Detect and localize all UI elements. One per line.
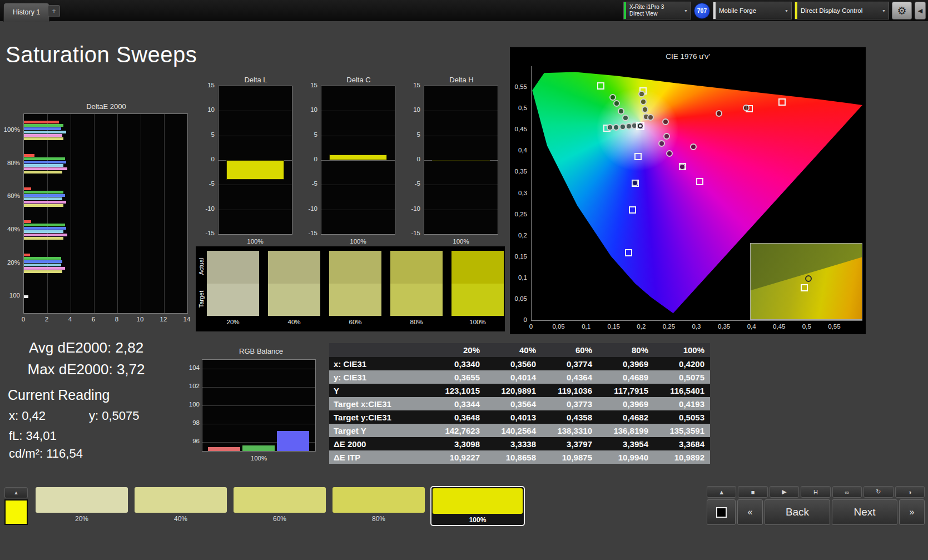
- deltae-plot: [23, 113, 188, 314]
- stop-button[interactable]: ■: [738, 486, 767, 498]
- y-tick-label: -5: [209, 180, 215, 187]
- y-tick-label: 5: [314, 131, 317, 138]
- delta-h-chart: Delta H 151050-5-10-15 100%: [404, 76, 499, 249]
- patch-label: 40%: [135, 515, 227, 523]
- y-tick-label: 0,15: [515, 253, 527, 260]
- history-tab[interactable]: History 1: [3, 3, 49, 22]
- delta-l-bar: [226, 160, 284, 180]
- gridline: [94, 114, 95, 313]
- saturation-patch-80%[interactable]: 80%: [331, 486, 426, 526]
- cell-value: 3,3797: [542, 439, 598, 449]
- saturation-patch-20%[interactable]: 20%: [34, 486, 129, 526]
- de-bar-red: [24, 187, 31, 190]
- y-tick-label: 0,45: [515, 126, 527, 132]
- table-header-row: 20%40%60%80%100%: [329, 343, 710, 357]
- de-bar-blue: [24, 260, 62, 263]
- patch-swatch: [36, 487, 128, 513]
- y-tick-label: 5: [417, 131, 420, 138]
- target-point: [696, 178, 703, 185]
- table-row: Target y:CIE310,36480,40130,43580,46820,…: [329, 410, 710, 424]
- forward-button[interactable]: »: [899, 499, 925, 525]
- measured-point: [619, 123, 626, 130]
- cell-value: 0,3560: [485, 359, 542, 369]
- row-label: ΔE 2000: [329, 439, 429, 449]
- red-bar: [208, 447, 240, 451]
- display-pattern-button[interactable]: [707, 499, 736, 525]
- y-tick-label: 0: [314, 156, 317, 162]
- gridline: [219, 111, 292, 111]
- y-tick-label: 10: [310, 106, 317, 113]
- target-swatch: [390, 284, 443, 316]
- cell-value: 0,3969: [598, 399, 654, 409]
- de-bar-magenta: [24, 267, 65, 270]
- x-tick-label: 0,3: [692, 323, 701, 330]
- measured-point: [716, 110, 722, 117]
- collapse-panel-button[interactable]: ◀: [915, 2, 926, 19]
- gridline: [202, 424, 315, 424]
- de-bar-green: [24, 124, 63, 127]
- y-tick-label: 0: [417, 156, 420, 162]
- histogram-button[interactable]: H: [801, 486, 830, 498]
- green-bar: [242, 445, 275, 451]
- monitor-icon: [716, 507, 727, 518]
- cell-value: 10,9875: [542, 453, 598, 462]
- measured-point: [609, 94, 616, 101]
- column-header: 60%: [542, 345, 598, 355]
- x-tick-label: 0,2: [637, 323, 646, 330]
- next-button[interactable]: Next: [832, 499, 897, 525]
- target-point: [778, 98, 786, 106]
- reading-y: y: 0,5075: [89, 409, 140, 423]
- x-tick-label: 10: [137, 316, 144, 323]
- gear-icon: ⚙: [897, 4, 906, 17]
- saturation-patch-60%[interactable]: 60%: [232, 486, 327, 526]
- continuous-measure-button[interactable]: ∞: [832, 486, 862, 498]
- deltae2000-chart: DeltaE 2000 100%80%60%40%20%100 02468101…: [3, 102, 189, 335]
- chevron-left-icon: ◀: [918, 7, 922, 14]
- settings-button[interactable]: ⚙: [892, 2, 912, 19]
- gridline: [202, 369, 315, 369]
- x-tick-label: 0,05: [552, 323, 564, 330]
- column-header: 80%: [598, 345, 654, 355]
- chart-title: CIE 1976 u'v': [510, 52, 866, 61]
- saturation-patch-100%[interactable]: 100%: [430, 486, 525, 526]
- deltae-ylabels: 100%80%60%40%20%100: [3, 113, 22, 314]
- swatch-row-label: Actual: [198, 250, 205, 283]
- gridline: [424, 210, 498, 210]
- back-button[interactable]: Back: [765, 499, 830, 525]
- inset-measured-point: [805, 275, 812, 282]
- x-tick-label: 0,15: [608, 323, 620, 330]
- de-bar-yellow: [24, 204, 63, 207]
- cell-value: 0,5075: [654, 373, 710, 382]
- actual-swatch: [268, 251, 320, 284]
- refresh-button[interactable]: ↻: [864, 486, 893, 498]
- reading-x: x: 0,42: [9, 409, 46, 423]
- de-bar-red: [24, 254, 30, 256]
- x-axis-label: 100%: [202, 455, 316, 462]
- pattern-source-dropdown[interactable]: Mobile Forge ▼: [713, 2, 792, 19]
- add-tab-button[interactable]: +: [48, 5, 60, 17]
- meter-dropdown[interactable]: X-Rite i1Pro 3 Direct View ▼: [623, 2, 691, 19]
- swatch-row-label: Target: [198, 283, 205, 316]
- up-arrow-button[interactable]: ▲: [707, 486, 736, 498]
- de-bar-magenta: [24, 167, 67, 170]
- delta-c-chart: Delta C 151050-5-10-15 100%: [301, 76, 396, 249]
- y-tick-label: 0,2: [518, 232, 527, 239]
- target-swatch: [268, 284, 320, 316]
- saturation-patch-40%[interactable]: 40%: [133, 486, 228, 526]
- table-row: x: CIE310,33400,35600,37740,39690,4200: [329, 357, 710, 370]
- row-label: Y: [329, 386, 429, 395]
- x-tick-label: 0,5: [802, 323, 811, 330]
- y-tick-label: 0,4: [518, 147, 527, 153]
- row-label: Target x:CIE31: [329, 399, 429, 409]
- table-row: Target Y142,7623140,2564138,3310136,8199…: [329, 424, 710, 437]
- display-control-dropdown[interactable]: Direct Display Control ▼: [795, 2, 889, 19]
- play-button[interactable]: ▶: [770, 486, 799, 498]
- y-tick-label: -15: [205, 230, 215, 236]
- cell-value: 10,8658: [485, 453, 542, 462]
- measured-point: [663, 133, 670, 140]
- x-tick-label: 12: [160, 316, 167, 323]
- contrast-button[interactable]: ◑: [895, 486, 925, 498]
- avg-de2000: Avg dE2000: 2,82: [17, 339, 156, 356]
- previous-button[interactable]: «: [737, 499, 763, 525]
- cell-value: 0,3773: [542, 399, 598, 409]
